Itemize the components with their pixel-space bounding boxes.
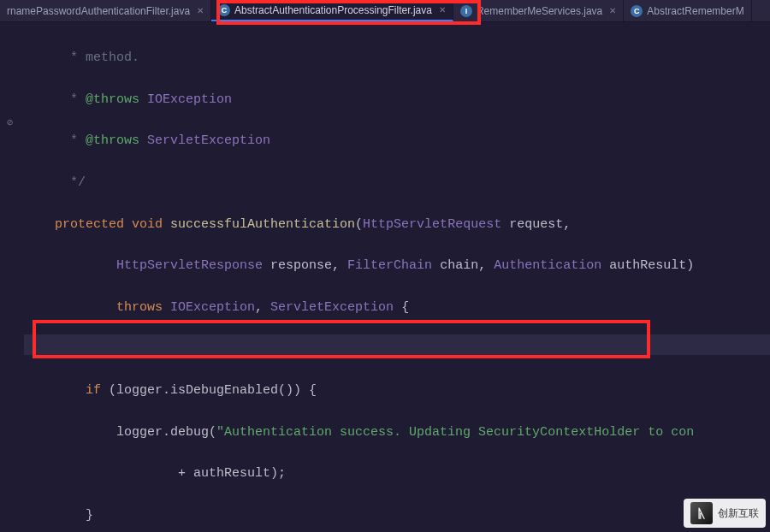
override-icon[interactable]: ⊘ xyxy=(7,116,13,129)
code-token: } xyxy=(86,508,93,523)
tab-label: AbstractRememberM xyxy=(647,5,743,17)
tab-file-0[interactable]: rnamePasswordAuthenticationFilter.java ✕ xyxy=(0,0,211,21)
code-token: ( xyxy=(355,217,363,232)
code-token: * method. xyxy=(62,50,139,65)
code-token: @throws xyxy=(86,133,139,148)
code-token: "Authentication success. Updating Securi… xyxy=(216,425,694,440)
code-token: Authentication xyxy=(494,258,601,273)
tab-file-1-active[interactable]: C AbstractAuthenticationProcessingFilter… xyxy=(211,0,453,21)
code-token: chain xyxy=(432,258,478,273)
code-token: @throws xyxy=(86,92,139,107)
code-token: ) xyxy=(686,258,694,273)
code-token: logger.debug( xyxy=(116,425,216,440)
code-token: void xyxy=(124,217,163,232)
java-class-icon: C xyxy=(631,5,643,17)
code-token: ServletException xyxy=(270,300,394,315)
code-token: successfulAuthentication xyxy=(163,217,355,232)
code-token: , xyxy=(478,258,494,273)
tab-file-2[interactable]: I RememberMeServices.java ✕ xyxy=(453,0,624,21)
code-token: protected xyxy=(55,217,124,232)
code-token: if xyxy=(86,383,101,398)
editor-tab-bar: rnamePasswordAuthenticationFilter.java ✕… xyxy=(0,0,770,22)
code-token: (logger.isDebugEnabled()) { xyxy=(101,383,317,398)
code-token: * xyxy=(62,92,86,107)
java-class-icon: C xyxy=(218,4,230,16)
code-token: * xyxy=(62,133,86,148)
watermark-logo-icon: ᚣ xyxy=(690,502,713,524)
code-token: HttpServletRequest xyxy=(363,217,501,232)
code-token: HttpServletResponse xyxy=(116,258,263,273)
tab-label: AbstractAuthenticationProcessingFilter.j… xyxy=(234,4,432,16)
watermark: ᚣ 创新互联 xyxy=(684,499,766,528)
code-token: , xyxy=(332,258,347,273)
close-icon[interactable]: ✕ xyxy=(439,5,446,15)
code-token: authResult xyxy=(601,258,686,273)
close-icon[interactable]: ✕ xyxy=(197,6,204,15)
code-token: IOException xyxy=(163,300,255,315)
tab-label: RememberMeServices.java xyxy=(477,5,602,17)
code-token: IOException xyxy=(139,92,232,107)
code-token: { xyxy=(394,300,409,315)
code-token: FilterChain xyxy=(347,258,432,273)
tab-label: rnamePasswordAuthenticationFilter.java xyxy=(7,5,190,17)
java-interface-icon: I xyxy=(460,5,472,17)
code-token: response xyxy=(263,258,332,273)
code-token: , xyxy=(255,300,270,315)
code-editor[interactable]: * method. * @throws IOException * @throw… xyxy=(0,22,770,532)
code-token: ServletException xyxy=(139,133,270,148)
tab-file-3[interactable]: C AbstractRememberM xyxy=(624,0,751,21)
code-token: throws xyxy=(116,300,163,315)
editor-gutter: ⊘ xyxy=(0,22,24,532)
code-token: , xyxy=(563,217,571,232)
code-token: */ xyxy=(62,175,86,190)
close-icon[interactable]: ✕ xyxy=(609,6,616,15)
watermark-text: 创新互联 xyxy=(718,506,759,521)
code-token: + authResult); xyxy=(178,466,286,481)
code-token: request xyxy=(501,217,563,232)
